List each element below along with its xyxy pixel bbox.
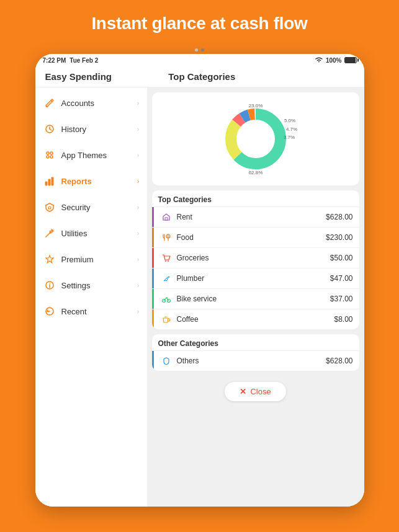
food-label: Food	[177, 233, 326, 242]
page-dot-2	[201, 48, 204, 51]
other-categories-title: Other Categories	[152, 334, 359, 350]
category-item-plumber: Plumber $47.00	[152, 268, 359, 288]
svg-point-28	[165, 260, 166, 262]
status-time: 7:22 PM	[43, 57, 66, 64]
sidebar-item-appthemes[interactable]: App Themes ›	[35, 142, 147, 168]
app-name: Easy Spending	[45, 71, 112, 82]
top-categories-title: Top Categories	[152, 190, 359, 206]
top-categories-card: Top Categories Rent $628.00	[152, 190, 359, 329]
svg-point-7	[50, 156, 53, 158]
sidebar-label-recent: Recent	[61, 307, 137, 316]
tools-icon	[43, 226, 56, 240]
section-name: Top Categories	[112, 71, 292, 82]
sidebar-label-premium: Premium	[61, 255, 137, 264]
svg-point-5	[50, 152, 53, 154]
coffee-label: Coffee	[177, 315, 334, 324]
app-header: Easy Spending Top Categories	[35, 66, 364, 87]
svg-point-17	[49, 283, 50, 284]
sidebar-label-history: History	[61, 125, 137, 134]
donut-chart: 23.0% 5.0% 4.7% 3.7% 62.8%	[200, 99, 312, 179]
close-button[interactable]: ✕ Close	[225, 382, 285, 401]
svg-line-3	[50, 129, 52, 130]
close-button-area: ✕ Close	[152, 376, 359, 405]
category-item-bikeservice: Bike service $37.00	[152, 288, 359, 309]
others-label: Others	[177, 357, 326, 365]
sidebar-item-reports[interactable]: Reports ›	[35, 168, 147, 194]
sidebar-label-settings: Settings	[61, 281, 137, 290]
others-amount: $628.00	[326, 357, 352, 365]
main-content: 23.0% 5.0% 4.7% 3.7% 62.8% Top Categorie…	[147, 87, 364, 507]
percent-red: 5.0%	[284, 118, 295, 123]
plumber-label: Plumber	[177, 274, 330, 283]
close-x-icon: ✕	[240, 387, 246, 396]
chevron-appthemes: ›	[137, 151, 140, 159]
category-item-others: Others $628.00	[152, 350, 359, 371]
bikeservice-label: Bike service	[177, 295, 330, 303]
status-bar: 7:22 PM Tue Feb 2 100%	[35, 54, 364, 66]
info-icon	[43, 278, 56, 292]
themes-icon	[43, 148, 56, 162]
groceries-icon	[161, 252, 172, 264]
percent-blue: 4.7%	[285, 126, 297, 132]
category-item-rent: Rent $628.00	[152, 206, 359, 227]
chevron-settings: ›	[137, 282, 140, 289]
food-amount: $230.00	[326, 233, 352, 242]
page-dot-1	[195, 48, 198, 51]
sidebar-item-recent[interactable]: Recent ›	[35, 298, 147, 324]
rent-label: Rent	[177, 213, 326, 221]
rent-amount: $628.00	[326, 213, 352, 221]
chevron-accounts: ›	[137, 99, 140, 107]
plumber-amount: $47.00	[330, 274, 353, 283]
plumber-icon	[161, 273, 172, 284]
chevron-premium: ›	[137, 255, 140, 263]
svg-point-29	[168, 260, 169, 262]
close-label: Close	[250, 387, 271, 396]
sidebar-item-utilities[interactable]: Utilities ›	[35, 220, 147, 246]
bike-icon	[161, 293, 172, 304]
coffee-amount: $8.00	[334, 315, 352, 324]
category-item-food: Food $230.00	[152, 227, 359, 247]
percent-green: 62.8%	[248, 170, 262, 175]
sidebar-label-security: Security	[61, 203, 137, 212]
category-item-groceries: Groceries $50.00	[152, 247, 359, 268]
recent-icon	[43, 304, 56, 318]
sidebar-item-security[interactable]: Security ›	[35, 194, 147, 220]
bikeservice-amount: $37.00	[330, 295, 353, 303]
svg-point-4	[47, 152, 49, 154]
status-date: Tue Feb 2	[69, 57, 98, 64]
groceries-label: Groceries	[177, 254, 330, 262]
rent-icon	[161, 211, 172, 223]
sidebar: Accounts › History ›	[35, 87, 147, 507]
sidebar-label-reports: Reports	[61, 177, 137, 186]
chevron-recent: ›	[137, 308, 140, 315]
wifi-icon	[315, 56, 323, 64]
app-body: Accounts › History ›	[35, 87, 364, 507]
star-icon	[43, 252, 56, 266]
sidebar-item-premium[interactable]: Premium ›	[35, 246, 147, 272]
other-categories-card: Other Categories Others $628.00	[152, 334, 359, 371]
edit-icon	[43, 96, 56, 110]
shield-icon	[43, 200, 56, 214]
hero-title: Instant glance at cash flow	[0, 0, 399, 45]
battery-icon	[344, 57, 357, 63]
svg-rect-9	[48, 179, 50, 185]
percent-orange: 3.7%	[283, 135, 294, 140]
category-item-coffee: Coffee $8.00	[152, 309, 359, 329]
chevron-utilities: ›	[137, 229, 140, 237]
svg-point-6	[47, 156, 49, 158]
sidebar-label-appthemes: App Themes	[61, 151, 137, 160]
svg-point-11	[48, 206, 51, 209]
svg-rect-24	[165, 218, 168, 220]
sidebar-item-history[interactable]: History ›	[35, 116, 147, 142]
percent-yellow: 23.0%	[248, 103, 262, 109]
sidebar-item-settings[interactable]: Settings ›	[35, 272, 147, 298]
svg-rect-8	[45, 182, 47, 185]
chevron-security: ›	[137, 203, 140, 211]
tablet-frame: 7:22 PM Tue Feb 2 100% Easy Spending Top…	[35, 54, 364, 507]
sidebar-item-accounts[interactable]: Accounts ›	[35, 90, 147, 116]
others-icon	[161, 355, 172, 366]
svg-marker-14	[46, 255, 53, 263]
clock-icon	[43, 122, 56, 136]
groceries-amount: $50.00	[330, 254, 353, 262]
food-icon	[161, 232, 172, 243]
